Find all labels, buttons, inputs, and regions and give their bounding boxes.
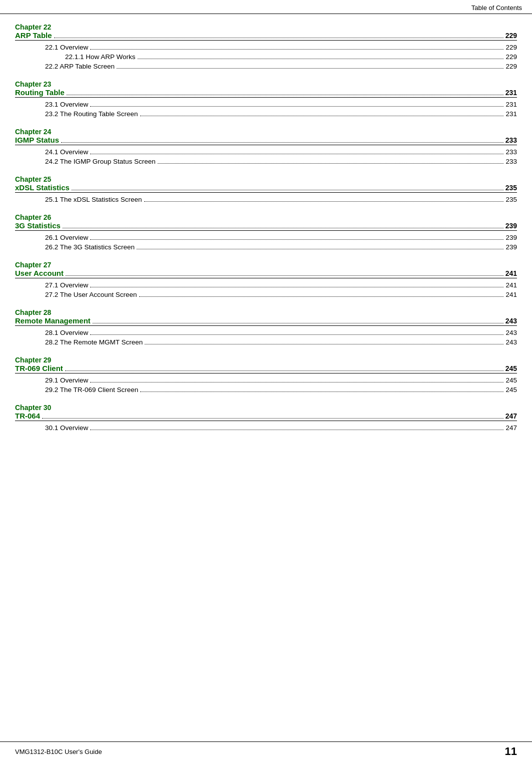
entry-dots-26.2 xyxy=(137,249,503,249)
entry-text-22.2: 22.2 ARP Table Screen xyxy=(45,63,115,70)
dots-ch26 xyxy=(63,228,503,228)
entry-dots-28.1 xyxy=(90,334,503,335)
entry-dots-27.2 xyxy=(139,296,504,297)
entry-page-24.1: 233 xyxy=(505,148,517,156)
chapter-page-ch28: 243 xyxy=(505,317,517,325)
entry-dots-23.2 xyxy=(140,116,504,116)
entry-page-27.2: 241 xyxy=(505,291,517,298)
entry-dots-22.2 xyxy=(117,68,503,69)
entry-dots-26.1 xyxy=(90,239,503,240)
entry-text-26.1: 26.1 Overview xyxy=(45,234,88,241)
chapter-block-ch23: Chapter 23Routing Table23123.1 Overview2… xyxy=(15,80,517,119)
chapter-page-ch27: 241 xyxy=(505,269,517,277)
chapter-title-line-ch29: TR-069 Client245 xyxy=(15,364,517,373)
chapter-block-ch30: Chapter 30TR-06424730.1 Overview247 xyxy=(15,404,517,433)
page-footer: VMG1312-B10C User's Guide 11 xyxy=(0,741,532,758)
chapter-title-ch22: ARP Table xyxy=(15,31,52,40)
entry-page-29.1: 245 xyxy=(505,376,517,384)
chapter-title-ch24: IGMP Status xyxy=(15,136,59,144)
chapter-page-ch25: 235 xyxy=(505,184,517,192)
entry-page-22.1: 229 xyxy=(505,44,517,51)
entry-text-22.1: 22.1 Overview xyxy=(45,44,88,51)
toc-entry-26.2: 26.2 The 3G Statistics Screen239 xyxy=(15,242,517,252)
chapter-label-ch25: Chapter 25 xyxy=(15,175,517,183)
entry-text-30.1: 30.1 Overview xyxy=(45,424,88,432)
chapter-title-ch29: TR-069 Client xyxy=(15,364,63,372)
toc-entry-23.1: 23.1 Overview231 xyxy=(15,100,517,109)
chapter-title-ch27: User Account xyxy=(15,269,64,277)
entry-dots-30.1 xyxy=(90,430,503,430)
toc-entry-24.1: 24.1 Overview233 xyxy=(15,147,517,157)
entry-page-28.1: 243 xyxy=(505,329,517,336)
toc-entry-25.1: 25.1 The xDSL Statistics Screen235 xyxy=(15,195,517,204)
chapter-title-line-ch22: ARP Table229 xyxy=(15,31,517,41)
entry-text-22.1.1: 22.1.1 How ARP Works xyxy=(65,53,136,61)
entry-page-22.2: 229 xyxy=(505,63,517,70)
chapter-title-line-ch30: TR-064247 xyxy=(15,412,517,421)
chapter-label-ch29: Chapter 29 xyxy=(15,356,517,364)
entry-text-27.1: 27.1 Overview xyxy=(45,281,88,289)
chapter-label-ch27: Chapter 27 xyxy=(15,261,517,269)
chapter-title-ch26: 3G Statistics xyxy=(15,221,61,230)
entry-page-23.2: 231 xyxy=(505,110,517,118)
entry-page-22.1.1: 229 xyxy=(505,53,517,61)
entry-text-23.1: 23.1 Overview xyxy=(45,101,88,108)
entry-dots-29.2 xyxy=(140,392,503,392)
chapter-title-ch30: TR-064 xyxy=(15,412,40,420)
entry-dots-27.1 xyxy=(90,287,503,287)
entry-dots-29.1 xyxy=(90,382,503,383)
entry-dots-28.2 xyxy=(145,344,503,344)
entry-dots-22.1.1 xyxy=(138,59,504,59)
entry-text-29.1: 29.1 Overview xyxy=(45,376,88,384)
dots-ch24 xyxy=(61,142,503,143)
chapter-block-ch26: Chapter 263G Statistics23926.1 Overview2… xyxy=(15,213,517,252)
entry-text-24.1: 24.1 Overview xyxy=(45,148,88,156)
entry-text-28.1: 28.1 Overview xyxy=(45,329,88,336)
chapter-title-line-ch27: User Account241 xyxy=(15,269,517,278)
chapter-title-line-ch26: 3G Statistics239 xyxy=(15,221,517,231)
toc-entry-23.2: 23.2 The Routing Table Screen231 xyxy=(15,109,517,119)
entry-text-23.2: 23.2 The Routing Table Screen xyxy=(45,110,138,118)
toc-entry-26.1: 26.1 Overview239 xyxy=(15,233,517,242)
entry-page-23.1: 231 xyxy=(505,101,517,108)
entry-page-26.2: 239 xyxy=(505,243,517,251)
entry-page-24.2: 233 xyxy=(505,158,517,165)
entry-dots-24.1 xyxy=(90,154,503,154)
chapter-label-ch30: Chapter 30 xyxy=(15,404,517,412)
chapter-title-line-ch28: Remote Management243 xyxy=(15,316,517,326)
chapter-title-ch28: Remote Management xyxy=(15,316,91,325)
toc-entry-29.1: 29.1 Overview245 xyxy=(15,375,517,385)
chapter-block-ch22: Chapter 22ARP Table22922.1 Overview22922… xyxy=(15,23,517,71)
chapter-block-ch24: Chapter 24IGMP Status23324.1 Overview233… xyxy=(15,128,517,166)
toc-content: Chapter 22ARP Table22922.1 Overview22922… xyxy=(0,14,532,472)
entry-text-24.2: 24.2 The IGMP Group Status Screen xyxy=(45,158,156,165)
entry-page-29.2: 245 xyxy=(505,386,517,394)
chapter-label-ch24: Chapter 24 xyxy=(15,128,517,136)
entry-dots-25.1 xyxy=(144,201,504,202)
dots-ch22 xyxy=(54,38,503,38)
dots-ch25 xyxy=(72,190,503,190)
toc-entry-22.2: 22.2 ARP Table Screen229 xyxy=(15,62,517,71)
toc-entry-27.2: 27.2 The User Account Screen241 xyxy=(15,290,517,299)
toc-entry-22.1.1: 22.1.1 How ARP Works229 xyxy=(15,52,517,62)
chapter-label-ch22: Chapter 22 xyxy=(15,23,517,31)
chapter-page-ch30: 247 xyxy=(505,412,517,420)
toc-entry-24.2: 24.2 The IGMP Group Status Screen233 xyxy=(15,157,517,166)
footer-product: VMG1312-B10C User's Guide xyxy=(15,748,102,755)
dots-ch23 xyxy=(67,95,503,95)
chapter-block-ch25: Chapter 25xDSL Statistics23525.1 The xDS… xyxy=(15,175,517,204)
chapter-page-ch26: 239 xyxy=(505,222,517,230)
entry-dots-24.2 xyxy=(158,163,504,164)
entry-page-27.1: 241 xyxy=(505,281,517,289)
dots-ch27 xyxy=(66,275,503,276)
chapter-label-ch28: Chapter 28 xyxy=(15,308,517,316)
chapter-block-ch28: Chapter 28Remote Management24328.1 Overv… xyxy=(15,308,517,347)
entry-page-30.1: 247 xyxy=(505,424,517,432)
toc-entry-29.2: 29.2 The TR-069 Client Screen 245 xyxy=(15,385,517,395)
chapter-title-line-ch24: IGMP Status233 xyxy=(15,136,517,145)
chapter-title-ch23: Routing Table xyxy=(15,88,65,97)
entry-dots-22.1 xyxy=(90,49,503,50)
entry-page-28.2: 243 xyxy=(505,338,517,346)
chapter-title-line-ch23: Routing Table231 xyxy=(15,88,517,98)
entry-text-27.2: 27.2 The User Account Screen xyxy=(45,291,137,298)
